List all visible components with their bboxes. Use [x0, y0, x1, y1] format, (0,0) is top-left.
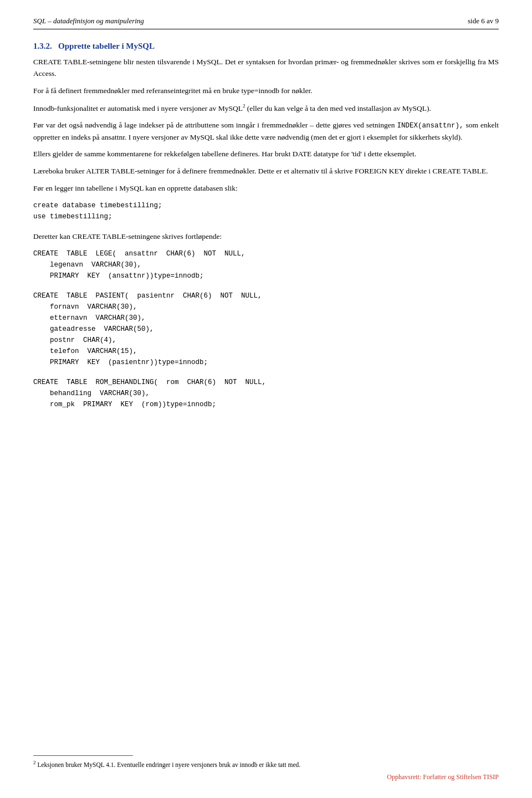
section-title: Opprette tabeller i MySQL	[58, 42, 155, 50]
code-create-db: create database timebestilling; use time…	[33, 200, 499, 222]
para4-text1: Innodb-funksjonalitet er automatisk med …	[33, 104, 243, 112]
code-lege-table: CREATE TABLE LEGE( ansattnr CHAR(6) NOT …	[33, 248, 499, 282]
para5-code: INDEX(ansattnr),	[397, 122, 463, 130]
paragraph-3: For å få definert fremmednøkler med refe…	[33, 85, 499, 97]
paragraph-5: Før var det også nødvendig å lage indeks…	[33, 120, 499, 143]
header-page: side 6 av 9	[468, 17, 499, 25]
paragraph-7: Læreboka bruker ALTER TABLE-setninger fo…	[33, 166, 499, 177]
intro-label: Deretter kan CREATE TABLE-setningene skr…	[33, 231, 499, 243]
footnote: 2 Leksjonen bruker MySQL 4.1. Eventuelle…	[33, 759, 499, 770]
section-heading: 1.3.2. Opprette tabeller i MySQL	[33, 42, 499, 51]
page-footer: 2 Leksjonen bruker MySQL 4.1. Eventuelle…	[33, 755, 499, 781]
footer-copyright: Opphavsrett: Forfatter og Stiftelsen TIS…	[33, 773, 499, 781]
para4-text2: (eller du kan velge å ta den med ved ins…	[245, 104, 431, 112]
section-number: 1.3.2.	[33, 42, 52, 50]
footnote-number: 2	[33, 760, 36, 765]
copyright-text: Opphavsrett: Forfatter og Stiftelsen TIS…	[387, 773, 499, 781]
para5-text1: Før var det også nødvendig å lage indeks…	[33, 121, 397, 129]
code-rom-table: CREATE TABLE ROM_BEHANDLING( rom CHAR(6)…	[33, 377, 499, 410]
footer-divider	[33, 755, 133, 756]
paragraph-4: Innodb-funksjonalitet er automatisk med …	[33, 103, 499, 114]
paragraph-8: Før en legger inn tabellene i MySQL kan …	[33, 183, 499, 195]
footnote-text: Leksjonen bruker MySQL 4.1. Eventuelle e…	[37, 761, 300, 768]
paragraph-6: Ellers gjelder de samme kommentarene for…	[33, 149, 499, 160]
page-header: SQL – datadefinisjon og manipulering sid…	[33, 17, 499, 29]
page: SQL – datadefinisjon og manipulering sid…	[0, 0, 532, 798]
code-pasient-table: CREATE TABLE PASIENT( pasientnr CHAR(6) …	[33, 290, 499, 368]
header-title: SQL – datadefinisjon og manipulering	[33, 17, 144, 25]
paragraph-1: CREATE TABLE-setningene blir nesten tils…	[33, 57, 499, 80]
